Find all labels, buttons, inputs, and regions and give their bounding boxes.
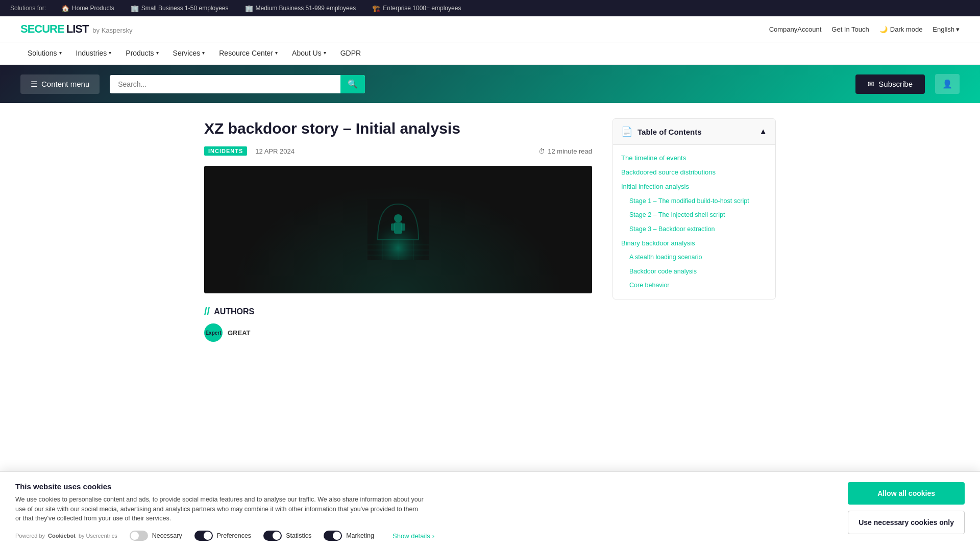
toc-item-core-behavior[interactable]: Core behavior	[621, 279, 767, 293]
authors-section: // AUTHORS Expert GREAT	[204, 306, 592, 342]
logo[interactable]: SECURELIST by Kaspersky	[20, 22, 132, 36]
svg-rect-4	[391, 223, 395, 231]
nav-item-industries[interactable]: Industries ▾	[69, 42, 119, 65]
nav-item-products[interactable]: Products ▾	[118, 42, 165, 65]
logo-secure: SECURE	[20, 22, 64, 36]
company-account-link[interactable]: CompanyAccount	[769, 26, 822, 33]
enterprise-icon: 🏗️	[372, 5, 380, 12]
search-banner: ☰ Content menu 🔍 ✉ Subscribe 👤	[0, 65, 980, 103]
svg-rect-5	[401, 223, 405, 231]
content-menu-button[interactable]: ☰ Content menu	[20, 74, 100, 94]
toc-icon: 📄	[621, 126, 632, 137]
search-container: 🔍	[110, 75, 365, 93]
logo-list: LIST	[66, 22, 89, 36]
topbar-enterprise[interactable]: 🏗️ Enterprise 1000+ employees	[365, 0, 468, 16]
dark-mode-button[interactable]: 🌙 Dark mode	[879, 26, 923, 33]
article-title: XZ backdoor story – Initial analysis	[204, 118, 592, 138]
author-avatar: Expert	[204, 323, 223, 342]
nav-item-resource-center[interactable]: Resource Center ▾	[212, 42, 285, 65]
authors-heading: // AUTHORS	[204, 306, 592, 317]
toc-title: Table of Contents	[638, 128, 702, 136]
article-column: XZ backdoor story – Initial analysis INC…	[204, 118, 592, 342]
svg-rect-3	[394, 222, 402, 234]
toc-item-binary-backdoor[interactable]: Binary backdoor analysis	[621, 236, 767, 251]
user-icon: 👤	[942, 80, 952, 88]
toc-item-stage3[interactable]: Stage 3 – Backdoor extraction	[621, 222, 767, 237]
building2-icon: 🏢	[245, 5, 253, 12]
chevron-down-icon: ▾	[275, 50, 278, 56]
get-in-touch-link[interactable]: Get In Touch	[831, 26, 869, 33]
main-content: XZ backdoor story – Initial analysis INC…	[184, 118, 796, 342]
article-hero-image	[204, 166, 592, 293]
header-actions: CompanyAccount Get In Touch 🌙 Dark mode …	[769, 26, 960, 33]
toc-item-stage2[interactable]: Stage 2 – The injected shell script	[621, 208, 767, 222]
toc-collapse-button[interactable]: ▲	[759, 127, 767, 136]
toc-item-stage1[interactable]: Stage 1 – The modified build-to-host scr…	[621, 194, 767, 209]
incidents-badge: INCIDENTS	[204, 146, 247, 156]
envelope-icon: ✉	[868, 80, 874, 89]
author-name: GREAT	[228, 329, 251, 337]
toc-item-backdoor-code[interactable]: Backdoor code analysis	[621, 265, 767, 279]
article-date: 12 APR 2024	[255, 147, 295, 155]
nav-item-services[interactable]: Services ▾	[166, 42, 212, 65]
toc-title-group: 📄 Table of Contents	[621, 126, 702, 137]
clock-icon: ⏱	[538, 147, 545, 155]
author-item: Expert GREAT	[204, 323, 592, 342]
solutions-label: Solutions for:	[10, 5, 46, 12]
topbar-medium-business[interactable]: 🏢 Medium Business 51-999 employees	[238, 0, 363, 16]
svg-point-2	[394, 214, 402, 222]
toc-header: 📄 Table of Contents ▲	[613, 119, 775, 145]
search-icon: 🔍	[348, 80, 358, 88]
toc-column: 📄 Table of Contents ▲ The timeline of ev…	[612, 118, 776, 342]
main-nav: Solutions ▾ Industries ▾ Products ▾ Serv…	[0, 42, 980, 65]
chevron-down-icon: ▾	[324, 50, 326, 56]
article-meta: INCIDENTS 12 APR 2024 ⏱ 12 minute read	[204, 146, 592, 156]
article-read-time: ⏱ 12 minute read	[538, 147, 592, 155]
nav-item-about-us[interactable]: About Us ▾	[285, 42, 333, 65]
authors-slash: //	[204, 306, 210, 317]
search-button[interactable]: 🔍	[340, 75, 365, 93]
hero-svg	[368, 199, 429, 260]
language-selector[interactable]: English ▾	[933, 26, 960, 33]
chevron-down-icon: ▾	[202, 50, 205, 56]
nav-item-solutions[interactable]: Solutions ▾	[20, 42, 69, 65]
topbar-small-business[interactable]: 🏢 Small Business 1-50 employees	[124, 0, 236, 16]
search-input[interactable]	[110, 75, 365, 93]
logo-by: by Kaspersky	[92, 27, 132, 34]
chevron-up-icon: ▲	[759, 127, 767, 136]
chevron-down-icon: ▾	[956, 26, 960, 33]
toc-panel: 📄 Table of Contents ▲ The timeline of ev…	[612, 118, 776, 299]
moon-icon: 🌙	[879, 26, 888, 33]
topbar-home-products[interactable]: 🏠 Home Products	[54, 0, 121, 16]
top-bar: Solutions for: 🏠 Home Products 🏢 Small B…	[0, 0, 980, 16]
home-icon: 🏠	[61, 5, 69, 12]
menu-icon: ☰	[31, 80, 37, 89]
subscribe-button[interactable]: ✉ Subscribe	[855, 74, 925, 94]
nav-item-gdpr[interactable]: GDPR	[333, 42, 368, 65]
toc-item-stealth[interactable]: A stealth loading scenario	[621, 251, 767, 265]
chevron-down-icon: ▾	[109, 50, 111, 56]
toc-body: The timeline of events Backdoored source…	[613, 145, 775, 299]
user-account-button[interactable]: 👤	[935, 74, 960, 94]
chevron-down-icon: ▾	[156, 50, 159, 56]
header: SECURELIST by Kaspersky CompanyAccount G…	[0, 16, 980, 42]
toc-item-timeline[interactable]: The timeline of events	[621, 151, 767, 165]
chevron-down-icon: ▾	[59, 50, 62, 56]
toc-item-backdoored[interactable]: Backdoored source distributions	[621, 165, 767, 180]
building-icon: 🏢	[131, 5, 139, 12]
toc-item-initial-infection[interactable]: Initial infection analysis	[621, 180, 767, 194]
